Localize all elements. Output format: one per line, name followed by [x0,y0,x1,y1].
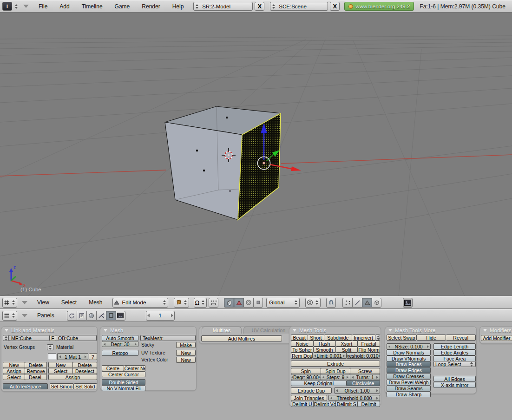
offset-slider[interactable]: Offset: 1.00 [334,387,380,394]
logic-buttons-button[interactable] [67,311,77,321]
material-index-field[interactable]: 1 Mat 1 [57,353,88,360]
vgroup-delete-button[interactable]: Delete [25,362,47,368]
select-swap-button[interactable]: Select Swap [387,335,417,341]
buttons-window-type-button[interactable] [2,311,17,321]
vertex-select-button[interactable] [342,298,352,308]
add-multires-button[interactable]: Add Multires [201,335,282,341]
material-help-button[interactable]: ? [89,353,97,360]
scene-close-button[interactable]: X [330,2,340,11]
tab-multires[interactable]: Multires [202,327,242,334]
vgroup-select-button[interactable]: Select [3,374,25,380]
autotexspace-toggle[interactable]: AutoTexSpace [3,383,48,389]
tab-uv-calculation[interactable]: UV Calculation [243,327,294,334]
draw-normals-toggle[interactable]: Draw Normals [387,349,431,355]
menu-add[interactable]: Add [54,3,74,10]
x-axis-mirror-toggle[interactable]: X-axis mirror [433,382,476,388]
panel-mesh-tools-more-header[interactable]: Mesh Tools More [385,327,476,334]
screen-close-button[interactable]: X [255,2,264,11]
loop-select-dropdown[interactable]: Loop Select [433,361,476,367]
xsort-button[interactable]: Xsort [336,341,358,347]
auto-smooth-toggle[interactable]: Auto Smooth [102,335,138,341]
fractal-button[interactable]: Fractal [358,341,380,347]
3d-viewport[interactable]: z x (1) Cube [0,13,512,296]
panel-collapse-icon[interactable] [5,329,8,332]
hash-button[interactable]: Hash [314,341,336,347]
shading-buttons-button[interactable] [86,311,96,321]
material-delete-button[interactable]: Delete [73,362,97,368]
script-buttons-button[interactable] [77,311,86,321]
manipulator-scale-button[interactable] [253,298,263,308]
panels-menu[interactable]: Panels [32,312,59,319]
reveal-button[interactable]: Reveal [446,335,476,341]
degr-90-slider[interactable]: Degr: 90.00 [291,374,321,380]
collapse-menu-icon[interactable] [23,5,29,8]
collapse-buttons-header-icon[interactable] [22,314,27,317]
mesh-datablock-field[interactable]: ME:Cube [9,335,50,341]
screen-selector[interactable]: SR:2-Model [193,2,253,11]
viewport-canvas[interactable]: z x (1) Cube [0,13,512,296]
menu-file[interactable]: File [33,3,53,10]
editing-buttons-button[interactable] [106,311,116,321]
all-edges-toggle[interactable]: All Edges [433,376,476,382]
panel-modifiers-header[interactable]: Modifiers [480,327,512,334]
panel-collapse-icon[interactable] [293,329,296,332]
menu-render[interactable]: Render [137,3,165,10]
manipulator-translate-button[interactable] [234,298,243,308]
manipulator-x-arrow[interactable] [291,166,301,171]
manipulator-center[interactable] [263,162,265,164]
draw-type-dropdown[interactable] [174,298,189,308]
join-triangles-toggle[interactable]: Join Triangles [291,395,327,401]
texmesh-field[interactable]: TexMesh: [140,335,196,341]
screen-stepper-icon[interactable] [195,4,199,9]
delimit-toggle[interactable]: Delimit [358,401,380,407]
uv-texture-new-button[interactable]: New [176,350,196,356]
smooth-button[interactable]: Smooth [314,347,336,353]
edge-angles-toggle[interactable]: Edge Angles [433,349,476,355]
delimit-vcol-toggle[interactable]: Delimit Vc [314,401,336,407]
render-preview-button[interactable] [403,298,413,308]
nsize-slider[interactable]: NSize: 0.100 [387,343,431,349]
panel-mesh-header[interactable]: Mesh [100,327,196,334]
double-sided-toggle[interactable]: Double Sided [102,379,145,385]
extrude-button[interactable]: Extrude [291,361,380,367]
split-button[interactable]: Split [336,347,358,353]
clockwise-toggle[interactable]: Clockwise [347,380,380,386]
vgroup-assign-button[interactable]: Assign [3,368,25,374]
threshold-slider[interactable]: reshold: 0.010 [347,353,381,359]
proportional-edit-dropdown[interactable]: Ω [194,298,207,308]
panel-collapse-icon[interactable] [388,329,392,332]
mesh-browse-stepper[interactable] [3,335,9,341]
draw-bevel-weights-toggle[interactable]: Draw Bevel Weigh [387,379,431,385]
delimit-sharp-toggle[interactable]: Delimit S [336,401,358,407]
degr-slider[interactable]: Degr: 30 [102,341,138,347]
draw-seams-toggle[interactable]: Draw Seams [387,385,431,391]
innervert-stepper[interactable] [375,335,380,341]
menu-game[interactable]: Game [110,3,135,10]
menu-help[interactable]: Help [167,3,189,10]
spin-button[interactable]: Spin [291,368,321,374]
innervert-menu[interactable]: Innervert [352,335,375,341]
vertex-color-new-button[interactable]: New [176,357,196,363]
centre-button[interactable]: Cente [102,365,124,371]
hide-button[interactable]: Hide [417,335,446,341]
snap-magnet-button[interactable] [326,298,336,308]
menu-mesh[interactable]: Mesh [84,299,107,306]
vgroup-remove-button[interactable]: Remove [25,368,47,374]
fake-user-button[interactable]: F [50,335,56,341]
window-type-button[interactable] [2,298,17,308]
material-deselect-button[interactable]: Deselect [73,368,97,374]
spin-dup-button[interactable]: Spin Dup [321,368,351,374]
steps-slider[interactable]: Steps: 9 [321,374,351,380]
centre-cursor-button[interactable]: Center Cursor [102,371,145,377]
extrude-dup-button[interactable]: Extrude Dup [291,387,332,394]
manipulator-toggle-button[interactable] [224,298,234,308]
draw-faces-toggle[interactable]: Draw Faces [387,361,431,367]
snap-target-button[interactable] [209,298,218,308]
vgroup-deselect-button[interactable]: Desel. [25,374,47,380]
keep-original-toggle[interactable]: Keep Original [291,380,347,386]
collapse-header-icon[interactable] [22,301,27,304]
short-toggle[interactable]: Short [308,335,325,341]
menu-select[interactable]: Select [56,299,82,306]
screw-button[interactable]: Screw [350,368,380,374]
beauty-toggle[interactable]: Beaut [291,335,308,341]
